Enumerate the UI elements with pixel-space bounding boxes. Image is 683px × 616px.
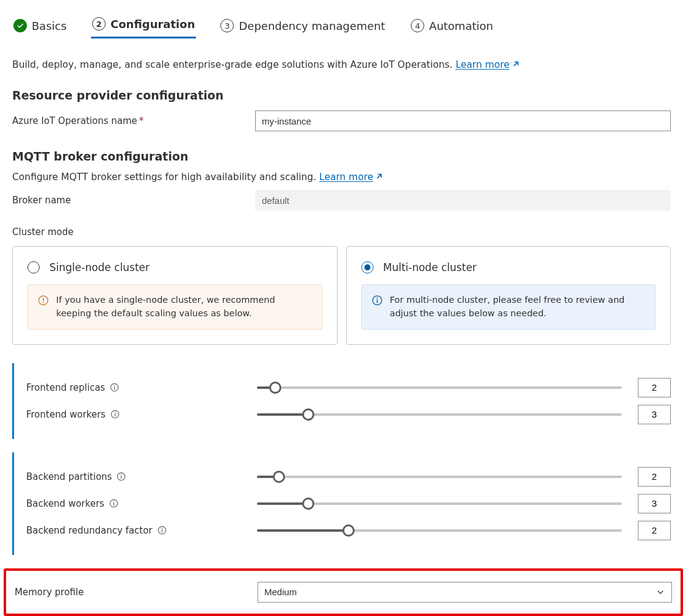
info-icon[interactable] <box>157 526 167 535</box>
svg-point-17 <box>114 501 115 502</box>
frontend-replicas-input[interactable] <box>638 378 671 397</box>
step-number-icon: 3 <box>220 19 234 32</box>
broker-name-label: Broker name <box>12 195 255 206</box>
multi-node-info: For multi-node cluster, please feel free… <box>361 284 656 330</box>
radio-checked-icon <box>361 261 374 274</box>
backend-redundancy-input[interactable] <box>638 521 671 540</box>
backend-partitions-input[interactable] <box>638 467 671 487</box>
broker-name-input <box>255 190 671 211</box>
mqtt-heading: MQTT broker configuration <box>12 150 671 163</box>
aio-name-label: Azure IoT Operations name* <box>12 115 255 126</box>
cluster-multi-card[interactable]: Multi-node cluster For multi-node cluste… <box>346 246 671 345</box>
info-icon <box>372 295 383 306</box>
backend-partitions-slider[interactable] <box>257 471 622 483</box>
info-icon[interactable] <box>109 499 118 508</box>
step-number-icon: 2 <box>92 17 106 31</box>
cluster-mode-options: Single-node cluster If you have a single… <box>12 246 671 345</box>
step-number-icon: 4 <box>411 19 424 32</box>
memory-profile-select[interactable] <box>258 582 672 603</box>
frontend-replicas-label: Frontend replicas <box>26 382 105 393</box>
backend-workers-slider[interactable] <box>257 498 622 510</box>
frontend-replicas-slider[interactable] <box>257 382 622 394</box>
mqtt-learn-more-link[interactable]: Learn more <box>319 172 383 183</box>
svg-point-2 <box>43 302 44 303</box>
svg-point-20 <box>161 528 162 529</box>
tab-automation[interactable]: 4 Automation <box>410 15 494 38</box>
backend-partitions-row: Backend partitions <box>26 467 671 487</box>
info-icon[interactable] <box>110 383 119 392</box>
frontend-workers-slider[interactable] <box>257 408 622 421</box>
wizard-tabs: Basics 2 Configuration 3 Dependency mana… <box>12 13 671 38</box>
learn-more-label: Learn more <box>455 59 509 70</box>
tab-dependency-label: Dependency management <box>239 20 385 32</box>
resource-provider-heading: Resource provider configuration <box>12 89 671 102</box>
info-icon[interactable] <box>117 472 126 481</box>
backend-slider-group: Backend partitions Backend workers Backe… <box>12 452 671 555</box>
tab-dependency[interactable]: 3 Dependency management <box>219 15 386 38</box>
backend-redundancy-label: Backend redundancy factor <box>26 525 153 536</box>
backend-partitions-label: Backend partitions <box>26 471 112 482</box>
frontend-slider-group: Frontend replicas Frontend workers <box>12 363 671 439</box>
aio-name-input[interactable] <box>255 111 671 131</box>
learn-more-link[interactable]: Learn more <box>455 59 519 70</box>
cluster-mode-label: Cluster mode <box>12 226 671 237</box>
memory-profile-highlight: Memory profile <box>4 568 683 616</box>
cluster-single-title: Single-node cluster <box>49 261 150 274</box>
backend-redundancy-row: Backend redundancy factor <box>26 521 671 540</box>
backend-redundancy-slider[interactable] <box>257 524 622 537</box>
intro-text: Build, deploy, manage, and scale enterpr… <box>12 59 671 70</box>
check-icon <box>13 19 27 32</box>
frontend-replicas-row: Frontend replicas <box>26 378 671 397</box>
intro-body: Build, deploy, manage, and scale enterpr… <box>12 59 455 70</box>
radio-unchecked-icon <box>27 261 40 274</box>
required-asterisk: * <box>139 115 144 126</box>
svg-point-11 <box>115 412 116 413</box>
external-link-icon <box>511 60 519 68</box>
tab-configuration-label: Configuration <box>110 18 195 31</box>
info-warn-icon <box>38 295 49 306</box>
tab-automation-label: Automation <box>429 20 493 32</box>
tab-basics-label: Basics <box>32 20 67 32</box>
external-link-icon <box>375 173 383 181</box>
tab-basics[interactable]: Basics <box>12 15 68 38</box>
backend-workers-input[interactable] <box>638 494 671 513</box>
frontend-workers-input[interactable] <box>638 405 671 424</box>
frontend-workers-label: Frontend workers <box>26 409 106 420</box>
frontend-workers-row: Frontend workers <box>26 405 671 424</box>
backend-workers-label: Backend workers <box>26 498 104 509</box>
cluster-multi-title: Multi-node cluster <box>383 261 477 274</box>
tab-configuration[interactable]: 2 Configuration <box>91 13 196 38</box>
svg-point-14 <box>121 474 122 476</box>
mqtt-subintro: Configure MQTT broker settings for high … <box>12 172 671 183</box>
memory-profile-label: Memory profile <box>15 587 258 598</box>
cluster-single-card[interactable]: Single-node cluster If you have a single… <box>12 246 338 345</box>
single-node-info: If you have a single-node cluster, we re… <box>27 284 322 330</box>
svg-point-8 <box>114 385 115 386</box>
info-icon[interactable] <box>110 410 120 419</box>
backend-workers-row: Backend workers <box>26 494 671 513</box>
svg-point-5 <box>377 298 378 299</box>
